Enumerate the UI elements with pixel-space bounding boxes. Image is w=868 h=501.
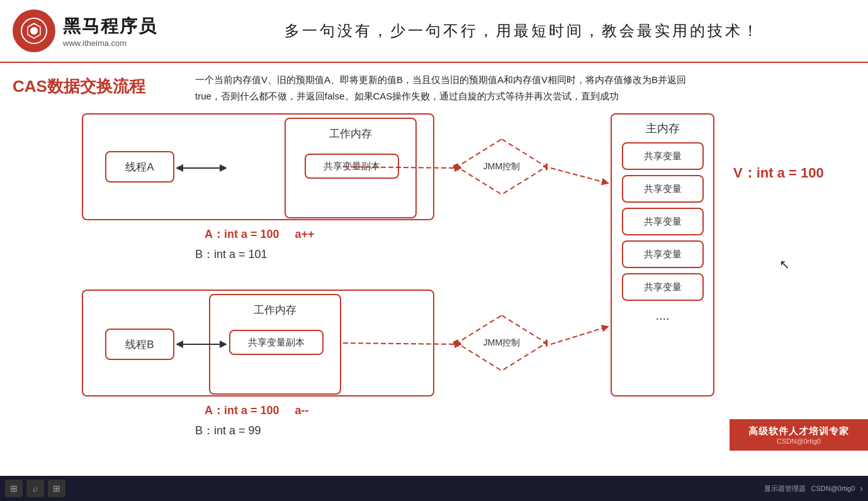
jmm-bottom-svg: JMM控制 [453,310,548,376]
logo-text: 黑马程序员 www.itheima.com [63,14,157,48]
a-top-op: a++ [295,228,315,240]
jmm-top-svg: JMM控制 [453,134,548,200]
svg-text:JMM控制: JMM控制 [483,161,520,171]
svg-text:JMM控制: JMM控制 [483,337,520,347]
arrow-thread-b [176,336,227,352]
taskbar-search[interactable]: ⌕ [26,480,44,497]
work-mem-top-title: 工作内存 [286,127,415,141]
taskbar-chevron[interactable]: › [860,483,863,493]
cursor-indicator: ↖ [779,257,790,272]
thread-box-bottom: 线程B 工作内存 共享变量副本 [82,290,434,397]
a-label-bottom: A：int a = 100 a-- [195,403,309,418]
svg-line-15 [551,327,606,344]
branding-panel: 高级软件人才培训专家 CSDN@0rtig0 [730,419,868,451]
branding-main: 高级软件人才培训专家 [748,425,849,437]
ab-labels-bottom: A：int a = 100 a-- B：int a = 99 [195,403,309,438]
header-slogan: 多一句没有，少一句不行，用最短时间，教会最实用的技术！ [176,21,868,41]
shared-var-2: 共享变量 [622,175,704,203]
logo-main: 黑马程序员 [63,14,157,38]
logo-sub: www.itheima.com [63,38,157,48]
v-label: V：int a = 100 [733,164,824,183]
arrow-thread-a [176,160,227,176]
a-label-top: A：int a = 100 a++ [195,227,315,242]
taskbar: ⊞ ⌕ ⊞ 显示器管理器 CSDN@0rtig0 › [0,476,868,501]
jmm-bottom: JMM控制 [453,312,548,374]
work-mem-bottom-title: 工作内存 [210,303,340,317]
logo-icon [13,9,55,52]
jmm-top: JMM控制 [453,135,548,198]
content-area: CAS数据交换流程 一个当前内存值V、旧的预期值A、即将更新的值B，当且仅当旧的… [0,63,868,476]
shared-var-3: 共享变量 [622,208,704,235]
b-label-top: B：int a = 101 [195,247,315,262]
shared-var-dots: .... [655,308,669,323]
logo-area: 黑马程序员 www.itheima.com [0,9,176,52]
work-mem-top: 工作内存 共享变量副本 [285,118,417,218]
a-bottom-op: a-- [295,404,309,417]
systray-display: 显示器管理器 [764,484,806,493]
thread-b-label: 线程B [105,329,174,360]
svg-line-14 [551,168,606,183]
taskbar-left: ⊞ ⌕ ⊞ [5,480,65,497]
shared-copy-bottom: 共享变量副本 [229,330,324,355]
shared-var-1: 共享变量 [622,142,704,170]
branding-sub: CSDN@0rtig0 [777,437,821,445]
main-memory-box: 主内存 共享变量 共享变量 共享变量 共享变量 共享变量 .... [611,113,714,397]
thread-a-label: 线程A [105,151,174,183]
taskbar-right: 显示器管理器 CSDN@0rtig0 › [764,483,863,493]
diagram-area: 线程A 工作内存 共享变量副本 [6,113,862,466]
page-title: CAS数据交换流程 [13,76,145,98]
description-text: 一个当前内存值V、旧的预期值A、即将更新的值B，当且仅当旧的预期值A和内存值V相… [195,72,711,104]
ab-labels-top: A：int a = 100 a++ B：int a = 101 [195,227,315,262]
taskbar-start[interactable]: ⊞ [5,480,23,497]
taskbar-apps[interactable]: ⊞ [48,480,65,497]
header: 黑马程序员 www.itheima.com 多一句没有，少一句不行，用最短时间，… [0,0,868,63]
work-mem-bottom: 工作内存 共享变量副本 [209,294,341,395]
svg-point-1 [30,27,38,35]
shared-var-5: 共享变量 [622,273,704,301]
shared-copy-top: 共享变量副本 [305,154,399,179]
main-memory-title: 主内存 [646,121,680,136]
main-content: 黑马程序员 www.itheima.com 多一句没有，少一句不行，用最短时间，… [0,0,868,476]
shared-var-4: 共享变量 [622,240,704,268]
systray-user: CSDN@0rtig0 [811,485,855,492]
b-label-bottom: B：int a = 99 [195,423,309,438]
thread-box-top: 线程A 工作内存 共享变量副本 [82,113,434,220]
